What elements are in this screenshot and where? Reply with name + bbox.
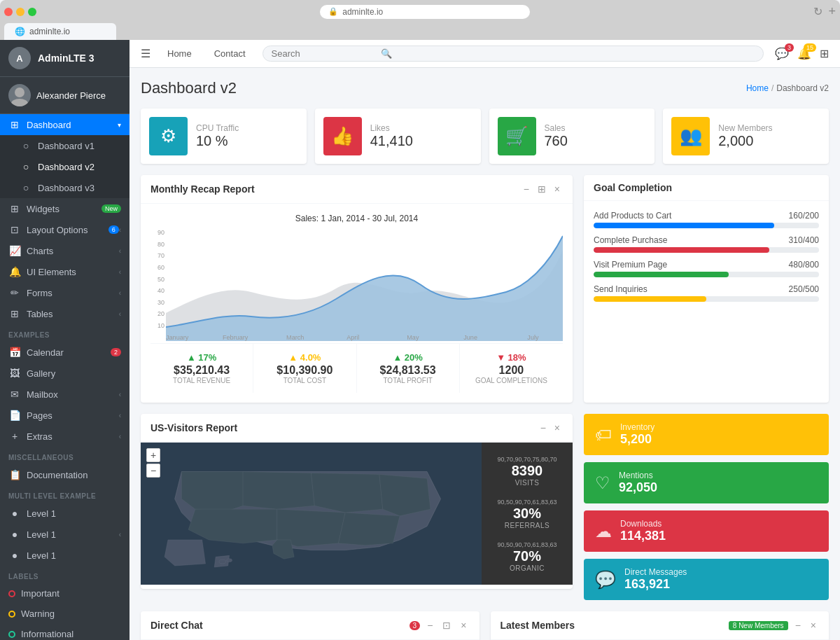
downloads-icon: ☁ — [595, 522, 612, 541]
notifications-btn[interactable]: 🔔 15 — [797, 47, 811, 60]
us-visitors-title: US-Visitors Report — [150, 422, 237, 433]
sidebar-item-forms[interactable]: ✏ Forms ‹ — [0, 282, 130, 303]
sidebar-item-level1-b[interactable]: ● Level 1 ‹ — [0, 524, 130, 545]
breadcrumb-home[interactable]: Home — [746, 83, 769, 93]
likes-label: Likes — [370, 123, 413, 133]
us-visitors-body: + − — [141, 443, 573, 585]
sidebar-item-documentation[interactable]: 📋 Documentation — [0, 464, 130, 485]
sidebar-item-extras[interactable]: + Extras ‹ — [0, 426, 130, 447]
info-label: Informational — [21, 629, 121, 639]
monthly-recap-body: Sales: 1 Jan, 2014 - 30 Jul, 2014 90 80 … — [141, 204, 573, 403]
zoom-in[interactable]: + — [146, 448, 160, 462]
level1b-label: Level 1 — [27, 529, 119, 540]
visits-nums: 90,70,90,70,75,80,70 — [489, 456, 566, 463]
us-visitors-header: US-Visitors Report − × — [141, 414, 573, 443]
sales-icon-box: 🛒 — [498, 117, 536, 155]
bottom-cards: Direct Chat 3 − ⊡ × — [141, 611, 829, 640]
dashboard-submenu: ○ Dashboard v1 ○ Dashboard v2 ○ Dashboar… — [0, 135, 130, 198]
sidebar-item-dashboard-v2[interactable]: ○ Dashboard v2 — [0, 156, 130, 177]
sidebar-item-widgets[interactable]: ⊞ Widgets New — [0, 198, 130, 219]
warning-dot — [8, 611, 15, 618]
goal-completion-card: Goal Completion Add Products to Cart 160… — [584, 175, 829, 403]
user-avatar — [8, 84, 31, 106]
sidebar-item-warning[interactable]: Warning — [0, 604, 130, 624]
dashboard-v3-label: Dashboard v3 — [38, 183, 121, 193]
ui-label: UI Elements — [27, 267, 119, 277]
important-label: Important — [21, 588, 121, 599]
zoom-out[interactable]: − — [146, 464, 160, 478]
sidebar-item-ui-elements[interactable]: 🔔 UI Elements ‹ — [0, 261, 130, 282]
chat-close[interactable]: × — [458, 618, 469, 632]
svg-point-10 — [219, 559, 226, 564]
sidebar-item-dashboard[interactable]: ⊞ Dashboard ▾ — [0, 114, 130, 135]
chat-minimize[interactable]: − — [424, 618, 435, 632]
layout-badge: 6 — [108, 225, 119, 234]
notifications-badge: 15 — [804, 43, 816, 52]
stat-cost: ▲ 4.0% $10,390.90 TOTAL COST — [253, 344, 356, 393]
labels-section: LABELS — [0, 566, 130, 583]
breadcrumb-current: Dashboard v2 — [776, 83, 829, 93]
search-bar[interactable]: 🔍 — [262, 46, 764, 62]
map-zoom-controls: + − — [146, 448, 160, 478]
visitors-close[interactable]: × — [552, 421, 563, 435]
latest-members-tools: 8 New Members − × — [729, 618, 819, 632]
navbar-home[interactable]: Home — [162, 46, 197, 62]
members-close[interactable]: × — [808, 618, 819, 632]
sidebar-item-important[interactable]: Important — [0, 583, 130, 604]
mentions-value: 92,050 — [619, 480, 657, 495]
svg-point-11 — [227, 559, 232, 562]
expand-btn[interactable]: ⊞ — [535, 182, 549, 196]
sidebar-item-layout-options[interactable]: ⊡ Layout Options 6 ‹ — [0, 219, 130, 240]
members-minimize[interactable]: − — [792, 618, 804, 632]
sidebar-item-calendar[interactable]: 📅 Calendar 2 — [0, 342, 130, 363]
sidebar-item-mailbox[interactable]: ✉ Mailbox ‹ — [0, 384, 130, 405]
dot-minimize[interactable] — [16, 8, 24, 16]
navbar-toggle[interactable]: ☰ — [141, 47, 150, 60]
dot-close[interactable] — [4, 8, 13, 16]
members-value: 2,000 — [718, 133, 772, 149]
mailbox-chevron: ‹ — [119, 391, 121, 398]
direct-msg-icon: 💬 — [595, 570, 616, 590]
refresh-icon[interactable]: ↻ — [813, 5, 822, 18]
sidebar-item-level1-a[interactable]: ● Level 1 — [0, 503, 130, 524]
legend-visits: 90,70,90,70,75,80,70 8390 VISITS — [489, 456, 566, 487]
address-bar[interactable]: 🔒 adminlte.io — [320, 5, 530, 19]
gallery-icon: 🖼 — [8, 368, 21, 379]
sidebar-item-pages[interactable]: 📄 Pages ‹ — [0, 405, 130, 426]
sales-value: 760 — [545, 133, 568, 149]
map-container: + − — [141, 443, 482, 585]
goal-item-0: Add Products to Cart 160/200 — [594, 211, 819, 228]
sidebar-item-dashboard-v3[interactable]: ○ Dashboard v3 — [0, 177, 130, 198]
organic-value: 70% — [489, 548, 566, 564]
sidebar-item-gallery[interactable]: 🖼 Gallery — [0, 363, 130, 384]
browser-tab[interactable]: 🌐 adminlte.io — [4, 23, 116, 40]
referrals-value: 30% — [489, 506, 566, 522]
minimize-btn[interactable]: − — [521, 182, 532, 196]
sidebar-item-informational[interactable]: Informational — [0, 624, 130, 640]
charts-chevron: ‹ — [119, 247, 121, 255]
chat-expand[interactable]: ⊡ — [440, 618, 454, 632]
dot-maximize[interactable] — [28, 8, 36, 16]
page-title: Dashboard v2 — [141, 79, 237, 97]
grid-btn[interactable]: ⊞ — [820, 47, 829, 60]
cpu-value: 10 % — [196, 133, 239, 149]
brand-avatar: A — [8, 47, 31, 69]
sales-label: Sales — [545, 123, 568, 133]
close-btn[interactable]: × — [552, 182, 563, 196]
visitors-minimize[interactable]: − — [538, 421, 549, 435]
sidebar-item-tables[interactable]: ⊞ Tables ‹ — [0, 303, 130, 324]
svg-point-1 — [11, 99, 28, 106]
sales-content: Sales 760 — [545, 123, 568, 149]
sidebar-item-dashboard-v1[interactable]: ○ Dashboard v1 — [0, 135, 130, 156]
layout-icon: ⊡ — [8, 224, 21, 235]
messages-btn[interactable]: 💬 3 — [775, 47, 789, 60]
sidebar-item-level1-c[interactable]: ● Level 1 — [0, 545, 130, 566]
inventory-label: Inventory — [620, 422, 654, 432]
navbar-contact[interactable]: Contact — [209, 46, 251, 62]
search-input[interactable] — [272, 48, 377, 59]
box-downloads: ☁ Downloads 114,381 — [584, 510, 829, 552]
goal-bar-2 — [594, 272, 819, 277]
sidebar-item-charts[interactable]: 📈 Charts ‹ — [0, 240, 130, 261]
latest-members-header: Latest Members 8 New Members − × — [491, 611, 830, 640]
new-tab-btn[interactable]: + — [828, 4, 836, 19]
